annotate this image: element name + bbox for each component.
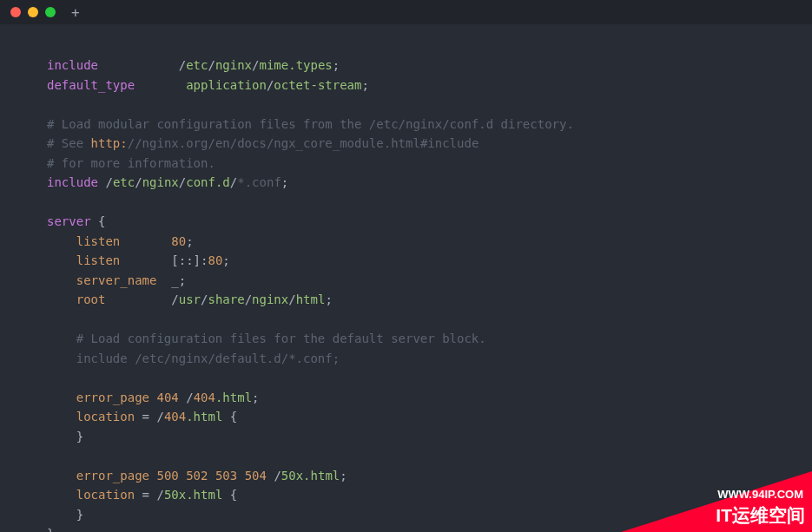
maximize-button[interactable] bbox=[45, 7, 56, 17]
watermark-url: WWW.94IP.COM bbox=[717, 488, 803, 501]
close-button[interactable] bbox=[10, 7, 21, 17]
traffic-lights bbox=[10, 7, 56, 17]
window-titlebar: + bbox=[0, 0, 812, 24]
code-editor[interactable]: include /etc/nginx/mime.types; default_t… bbox=[0, 24, 812, 532]
new-tab-button[interactable]: + bbox=[71, 4, 80, 21]
watermark-text: IT运维空间 bbox=[716, 503, 805, 528]
minimize-button[interactable] bbox=[28, 7, 38, 17]
